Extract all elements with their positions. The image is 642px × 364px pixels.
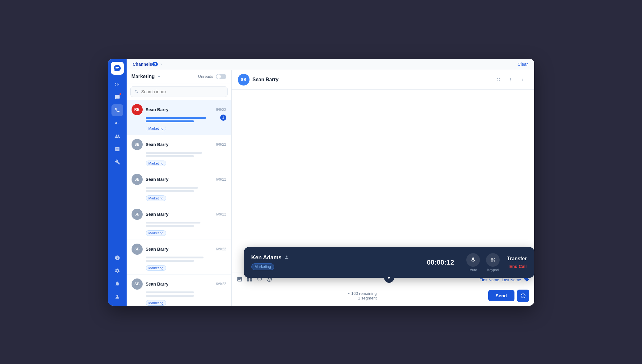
contact-name: Sean Barry xyxy=(146,282,213,287)
contact-name: Sean Barry xyxy=(146,247,213,252)
nav-collapse[interactable]: ≫ xyxy=(111,78,123,90)
left-nav: ≫ xyxy=(108,59,127,306)
app-container: ≫ xyxy=(108,59,534,306)
conversation-list: RB Sean Barry 6/9/22 Marketing 1 xyxy=(127,100,231,306)
nav-calls[interactable] xyxy=(111,104,123,116)
conv-date: 6/9/22 xyxy=(216,247,226,251)
avatar: SB xyxy=(132,244,143,255)
conv-date: 6/9/22 xyxy=(216,177,226,182)
nav-campaigns[interactable] xyxy=(111,117,123,129)
avatar: SB xyxy=(132,139,143,150)
top-bar: Channels 3 Clear xyxy=(127,59,534,70)
channels-label: Channels xyxy=(133,62,152,67)
more-options-icon[interactable] xyxy=(506,75,516,85)
search-input[interactable] xyxy=(141,89,223,94)
avatar: SB xyxy=(132,209,143,220)
conv-tag: Marketing xyxy=(146,195,166,201)
conv-date: 6/9/22 xyxy=(216,142,226,147)
nav-contacts[interactable] xyxy=(111,130,123,142)
schedule-send-button[interactable] xyxy=(517,290,529,302)
caller-tag: Marketing xyxy=(251,263,275,270)
list-item[interactable]: SB Sean Barry 6/9/22 Marketing xyxy=(127,275,231,306)
conversation-sidebar: Marketing Unreads xyxy=(127,70,232,306)
conv-tag: Marketing xyxy=(146,126,166,131)
chat-header-actions xyxy=(493,75,528,85)
first-name-tag[interactable]: First Name xyxy=(480,278,499,282)
mute-label: Mute xyxy=(469,268,477,272)
conv-line-2 xyxy=(146,190,194,192)
conv-line-2 xyxy=(146,295,194,297)
contact-name: Sean Barry xyxy=(146,212,213,217)
nav-notifications[interactable] xyxy=(111,278,123,290)
collapse-call-button[interactable]: ▾ xyxy=(384,273,394,283)
caller-name: Ken Adams xyxy=(251,254,282,261)
list-item[interactable]: SB Sean Barry 6/9/22 Marketing xyxy=(127,170,231,205)
end-call-button[interactable]: End Call xyxy=(509,264,527,269)
conv-line-2 xyxy=(146,225,194,227)
last-name-tag[interactable]: Last Name xyxy=(502,278,521,282)
conv-line-1 xyxy=(146,222,200,224)
conversations-badge xyxy=(119,93,122,96)
mute-button[interactable]: Mute xyxy=(466,253,480,272)
conv-date: 6/9/22 xyxy=(216,282,226,286)
unreads-section: Unreads xyxy=(198,74,226,79)
avatar: RB xyxy=(132,104,143,115)
clear-button[interactable]: Clear xyxy=(518,62,528,67)
unreads-toggle[interactable] xyxy=(216,74,226,79)
conv-line-2 xyxy=(146,260,194,262)
list-item[interactable]: SB Sean Barry 6/9/22 Marketing xyxy=(127,240,231,275)
conv-body: Marketing xyxy=(132,222,226,236)
list-item[interactable]: SB Sean Barry 6/9/22 Marketing xyxy=(127,205,231,240)
image-icon[interactable] xyxy=(237,276,243,284)
nav-tools[interactable] xyxy=(111,156,123,168)
search-box xyxy=(127,83,231,100)
conv-body: Marketing xyxy=(132,257,226,271)
keypad-button[interactable]: Keypad xyxy=(486,253,500,272)
app-logo[interactable] xyxy=(111,62,124,75)
conv-line-1 xyxy=(146,117,206,119)
nav-settings[interactable] xyxy=(111,265,123,277)
call-overlay: Ken Adams Marketing 00:00:12 xyxy=(244,247,534,278)
avatar: SB xyxy=(132,174,143,185)
call-controls: Mute Keypad xyxy=(466,253,500,272)
main-chat-area: SB Sean Barry xyxy=(232,70,534,306)
keypad-label: Keypad xyxy=(487,268,499,272)
chat-body xyxy=(232,90,534,273)
conv-body: Marketing xyxy=(132,291,226,306)
conv-tag: Marketing xyxy=(146,300,166,306)
nav-profile[interactable] xyxy=(111,291,123,303)
call-info: Ken Adams Marketing xyxy=(251,254,415,270)
call-actions: Transfer End Call xyxy=(507,256,527,269)
transfer-button[interactable]: Transfer xyxy=(507,256,527,261)
sidebar-header: Marketing Unreads xyxy=(127,70,231,83)
conv-date: 6/9/22 xyxy=(216,107,226,112)
conv-tag: Marketing xyxy=(146,265,166,271)
conv-line-2 xyxy=(146,120,194,122)
message-count: ~ 160 remaining 1 segment xyxy=(348,291,377,300)
conv-line-1 xyxy=(146,152,202,154)
message-bottom-bar: ~ 160 remaining 1 segment Send xyxy=(232,287,534,306)
collapse-right-icon[interactable] xyxy=(518,75,528,85)
expand-icon[interactable] xyxy=(493,75,503,85)
nav-conversations[interactable] xyxy=(111,91,123,103)
call-timer: 00:00:12 xyxy=(422,258,459,266)
mute-icon xyxy=(466,253,480,267)
search-icon xyxy=(134,89,139,94)
inbox-title: Marketing xyxy=(132,74,162,79)
contact-name: Sean Barry xyxy=(146,107,213,112)
conv-body: Marketing xyxy=(132,117,226,131)
send-button[interactable]: Send xyxy=(488,290,514,301)
search-input-wrap[interactable] xyxy=(130,86,228,97)
send-area: Send xyxy=(488,290,529,302)
nav-info[interactable] xyxy=(111,252,123,264)
contact-name: Sean Barry xyxy=(146,142,213,147)
list-item[interactable]: RB Sean Barry 6/9/22 Marketing 1 xyxy=(127,100,231,135)
conv-tag: Marketing xyxy=(146,161,166,166)
nav-reports[interactable] xyxy=(111,143,123,155)
list-item[interactable]: SB Sean Barry 6/9/22 Marketing xyxy=(127,135,231,170)
contact-name: Sean Barry xyxy=(146,177,213,182)
avatar: SB xyxy=(132,278,143,290)
conv-body: Marketing xyxy=(132,187,226,201)
chat-contact-avatar: SB xyxy=(238,74,250,86)
chat-header: SB Sean Barry xyxy=(232,70,534,90)
